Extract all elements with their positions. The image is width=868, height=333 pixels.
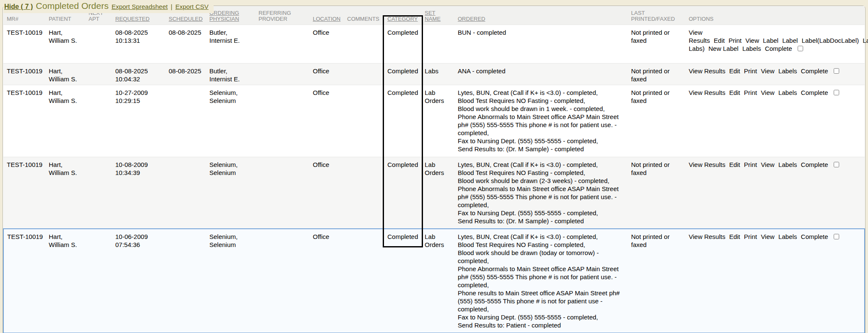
option-view-results[interactable]: View Results	[689, 233, 725, 240]
cell-location: Office	[309, 25, 344, 63]
cell-mr: TEST-10019	[3, 85, 45, 157]
cell-scheduled: 08-08-2025	[165, 25, 206, 63]
cell-category: Completed	[384, 63, 421, 85]
col-header-category[interactable]: CATEGORY	[384, 6, 421, 25]
option-print[interactable]: Print	[744, 67, 757, 75]
cell-set-name	[421, 25, 454, 63]
option-view-results[interactable]: View Results	[689, 67, 725, 75]
cell-requested: 10-08-2009 10:34:39	[112, 157, 165, 229]
option-view[interactable]: View	[746, 37, 759, 44]
table-row: TEST-10019 Hart, William S. 08-08-2025 1…	[3, 63, 865, 85]
cell-ordering-physician: Butler, Internist E.	[206, 25, 255, 63]
cell-ordered: Lytes, BUN, Creat (Call if K+ is <3.0) -…	[454, 229, 628, 333]
cell-last-printed-faxed: Not printed or faxed	[628, 85, 685, 157]
option-edit[interactable]: Edit	[729, 161, 740, 168]
col-header-referring-provider: REFERRING PROVIDER	[255, 6, 309, 25]
cell-ordering-physician: Selenium, Selenium	[206, 157, 255, 229]
complete-checkbox[interactable]	[798, 46, 803, 51]
cell-requested: 10-27-2009 10:29:15	[112, 85, 165, 157]
cell-category: Completed	[384, 25, 421, 63]
cell-requested: 08-08-2025 10:04:32	[112, 63, 165, 85]
option-label[interactable]: Label	[763, 37, 779, 44]
cell-options: View ResultsEditPrintViewLabelsComplete	[685, 229, 865, 333]
cell-next-apt	[85, 229, 112, 333]
cell-ordered: Lytes, BUN, Creat (Call if K+ is <3.0) -…	[454, 157, 628, 229]
cell-category: Completed	[384, 229, 421, 333]
option-labels[interactable]: Labels	[778, 161, 797, 168]
option-view[interactable]: View	[761, 233, 774, 240]
table-row: TEST-10019 Hart, William S. 08-08-2025 1…	[3, 25, 865, 63]
option-labels[interactable]: Labels	[778, 89, 797, 96]
complete-checkbox[interactable]	[834, 234, 839, 239]
cell-last-printed-faxed: Not printed or faxed	[628, 63, 685, 85]
col-header-ordered[interactable]: ORDERED	[454, 6, 628, 25]
cell-last-printed-faxed: Not printed or faxed	[628, 157, 685, 229]
cell-options: View ResultsEditPrintViewLabelLabelLabel…	[685, 25, 865, 63]
option-complete[interactable]: Complete	[765, 45, 792, 52]
option-print[interactable]: Print	[729, 37, 742, 44]
cell-location: Office	[309, 85, 344, 157]
cell-referring-provider	[255, 157, 309, 229]
option-labels[interactable]: Labels	[778, 233, 797, 240]
option-complete[interactable]: Complete	[801, 233, 828, 240]
panel-legend: Hide ( 7 ) Completed Orders Export Sprea…	[3, 0, 214, 13]
option-edit[interactable]: Edit	[729, 89, 740, 96]
hide-toggle-link[interactable]: Hide ( 7 )	[4, 3, 33, 11]
page-title: Completed Orders	[36, 1, 109, 11]
cell-scheduled: 08-08-2025	[165, 63, 206, 85]
cell-ordering-physician: Selenium, Selenium	[206, 85, 255, 157]
cell-location: Office	[309, 63, 344, 85]
option-new-label[interactable]: New Label	[709, 45, 739, 52]
completed-orders-panel: MR# PATIENT NEXT APT REQUESTED SCHEDULED…	[3, 6, 865, 333]
completed-orders-table: MR# PATIENT NEXT APT REQUESTED SCHEDULED…	[3, 6, 865, 333]
option-print[interactable]: Print	[744, 233, 757, 240]
option-view[interactable]: View	[761, 161, 774, 168]
cell-options: View ResultsEditPrintViewLabelsComplete	[685, 157, 865, 229]
cell-category: Completed	[384, 85, 421, 157]
cell-scheduled	[165, 85, 206, 157]
option-complete[interactable]: Complete	[801, 67, 828, 75]
cell-set-name: Lab Orders	[421, 229, 454, 333]
cell-options: View ResultsEditPrintViewLabelsComplete	[685, 63, 865, 85]
option-view-results[interactable]: View Results	[689, 29, 710, 44]
option-labels[interactable]: Labels	[778, 67, 797, 75]
option-view[interactable]: View	[761, 89, 774, 96]
option-complete[interactable]: Complete	[801, 161, 828, 168]
complete-checkbox[interactable]	[834, 90, 839, 95]
col-header-options: OPTIONS	[685, 6, 865, 25]
col-header-location[interactable]: LOCATION	[309, 6, 344, 25]
table-row-highlighted: TEST-10019 Hart, William S. 10-06-2009 0…	[3, 229, 865, 333]
cell-patient: Hart, William S.	[45, 25, 85, 63]
cell-referring-provider	[255, 63, 309, 85]
export-csv-link[interactable]: Export CSV	[175, 3, 209, 10]
cell-next-apt	[85, 63, 112, 85]
option-label[interactable]: Label	[782, 37, 798, 44]
table-row: TEST-10019 Hart, William S. 10-08-2009 1…	[3, 157, 865, 229]
cell-set-name: Lab Orders	[421, 85, 454, 157]
option-complete[interactable]: Complete	[801, 89, 828, 96]
complete-checkbox[interactable]	[834, 68, 839, 74]
option-print[interactable]: Print	[744, 89, 757, 96]
cell-ordering-physician: Butler, Internist E.	[206, 63, 255, 85]
option-edit[interactable]: Edit	[729, 233, 740, 240]
option-view-results[interactable]: View Results	[689, 161, 725, 168]
option-view[interactable]: View	[761, 67, 774, 75]
cell-mr: TEST-10019	[3, 229, 45, 333]
cell-comments	[344, 25, 384, 63]
option-edit[interactable]: Edit	[714, 37, 725, 44]
option-label-labdoclabel[interactable]: Label(LabDocLabel)	[801, 37, 859, 44]
option-view-results[interactable]: View Results	[689, 89, 725, 96]
cell-location: Office	[309, 157, 344, 229]
col-header-set-name[interactable]: SET NAME	[421, 6, 454, 25]
cell-ordered: ANA - completed	[454, 63, 628, 85]
option-edit[interactable]: Edit	[729, 67, 740, 75]
option-print[interactable]: Print	[744, 161, 757, 168]
cell-category: Completed	[384, 157, 421, 229]
col-header-comments: COMMENTS	[344, 6, 384, 25]
cell-comments	[344, 63, 384, 85]
option-labels[interactable]: Labels	[742, 45, 761, 52]
export-spreadsheet-link[interactable]: Export Spreadsheet	[111, 3, 168, 10]
cell-patient: Hart, William S.	[45, 85, 85, 157]
cell-comments	[344, 85, 384, 157]
complete-checkbox[interactable]	[834, 162, 839, 167]
